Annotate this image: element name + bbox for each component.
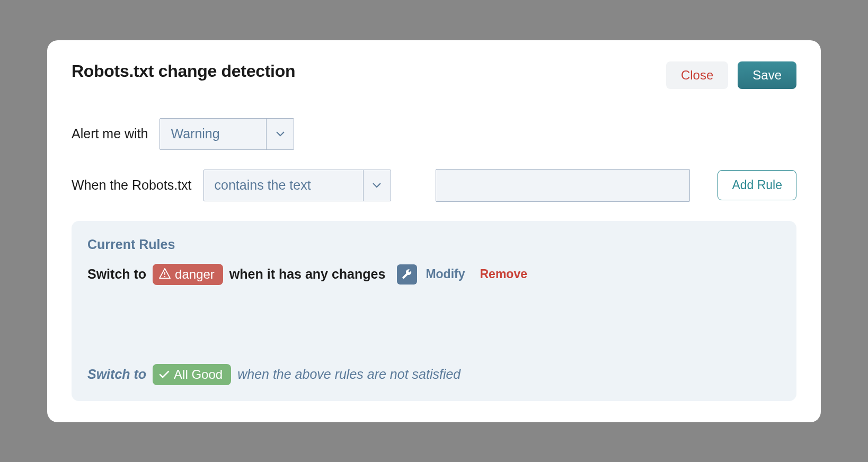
close-button[interactable]: Close (666, 61, 728, 89)
alert-label: Alert me with (72, 126, 148, 141)
remove-link[interactable]: Remove (480, 267, 527, 281)
alert-row: Alert me with Warning (72, 118, 796, 150)
modal-title: Robots.txt change detection (72, 61, 295, 81)
status-badge-good: All Good (153, 364, 231, 385)
header-actions: Close Save (666, 61, 796, 89)
badge-label: danger (175, 267, 215, 282)
match-text-input[interactable] (436, 169, 690, 202)
condition-value: contains the text (204, 170, 363, 201)
when-label: When the Robots.txt (72, 177, 192, 193)
chevron-down-icon (266, 119, 294, 149)
condition-select[interactable]: contains the text (203, 170, 391, 201)
current-rules-panel: Current Rules Switch to danger when it h… (72, 221, 796, 401)
rule-suffix: when it has any changes (229, 266, 386, 282)
check-icon (159, 367, 170, 382)
fallback-suffix: when the above rules are not satisfied (237, 367, 460, 382)
alert-level-value: Warning (160, 119, 266, 149)
fallback-prefix: Switch to (87, 367, 146, 382)
wrench-icon[interactable] (397, 264, 417, 285)
status-badge-danger: danger (153, 264, 223, 285)
save-button[interactable]: Save (738, 61, 796, 89)
add-rule-button[interactable]: Add Rule (718, 170, 796, 200)
rule-prefix: Switch to (87, 266, 146, 282)
badge-label: All Good (174, 367, 223, 382)
alert-level-select[interactable]: Warning (160, 118, 294, 150)
fallback-rule: Switch to All Good when the above rules … (87, 322, 781, 385)
modal-header: Robots.txt change detection Close Save (72, 61, 796, 89)
warning-triangle-icon (159, 267, 171, 282)
svg-point-1 (164, 276, 165, 277)
rule-item: Switch to danger when it has any changes… (87, 264, 781, 285)
rules-heading: Current Rules (87, 237, 781, 252)
condition-row: When the Robots.txt contains the text Ad… (72, 169, 796, 202)
chevron-down-icon (363, 170, 391, 201)
modal-dialog: Robots.txt change detection Close Save A… (47, 40, 821, 422)
modify-link[interactable]: Modify (426, 267, 465, 281)
